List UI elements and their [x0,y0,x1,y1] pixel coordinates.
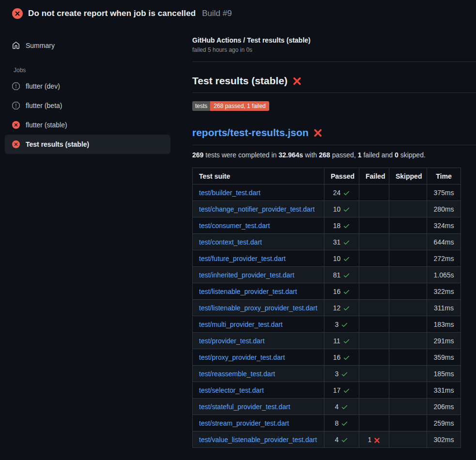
table-row: test/builder_test.dart 24 375ms [193,184,461,201]
passed-count: 10 [333,255,341,262]
test-suite-link[interactable]: test/listenable_proxy_provider_test.dart [199,304,317,312]
test-time: 324ms [427,217,461,234]
test-time: 375ms [427,184,461,201]
test-suite-link[interactable]: test/consumer_test.dart [199,222,270,230]
sidebar-item-summary[interactable]: Summary [5,37,170,54]
run-sidebar: Summary Jobs flutter (dev) flutter (beta… [0,26,187,154]
passed-count: 24 [333,189,341,197]
test-suite-link[interactable]: test/change_notifier_provider_test.dart [199,205,315,213]
test-suite-link[interactable]: test/future_provider_test.dart [199,255,286,262]
col-header-failed: Failed [359,168,389,184]
passed-count: 18 [333,222,341,230]
passed-count: 11 [333,337,340,345]
report-file-heading: reports/test-results.json [192,127,476,145]
test-suite-link[interactable]: test/inherited_provider_test.dart [199,271,294,279]
passed-count: 3 [335,370,339,378]
passed-count: 31 [333,238,341,246]
passed-count: 12 [333,304,341,312]
job-list: flutter (dev) flutter (beta) flutter (st… [5,77,170,154]
test-time: 322ms [427,283,461,300]
table-row: test/stream_provider_test.dart 8 259ms [193,415,461,431]
test-time: 331ms [427,382,461,399]
test-time: 644ms [427,234,461,250]
check-icon [343,337,350,345]
table-row: test/listenable_proxy_provider_test.dart… [193,300,461,316]
table-row: test/change_notifier_provider_test.dart … [193,201,461,217]
table-row: test/provider_test.dart 11 291ms [193,333,461,349]
test-suite-link[interactable]: test/reassemble_test.dart [199,370,275,378]
sidebar-item-flutter-beta[interactable]: flutter (beta) [5,96,170,115]
test-results-heading: Test results (stable) [192,75,476,93]
test-suite-link[interactable]: test/multi_provider_test.dart [199,321,283,328]
passed-count: 8 [335,419,339,427]
sidebar-item-test-results-stable[interactable]: Test results (stable) [5,135,170,154]
test-suite-link[interactable]: test/listenable_provider_test.dart [199,288,297,295]
check-icon [343,255,350,262]
tests-summary-text: 269 tests were completed in 32.964s with… [192,151,476,159]
test-time: 280ms [427,201,461,217]
cancelled-stop-icon [12,82,20,90]
test-time: 1.065s [427,267,461,283]
col-header-passed: Passed [324,168,359,184]
job-label: flutter (beta) [26,102,62,109]
test-suite-link[interactable]: test/stream_provider_test.dart [199,419,289,427]
report-file-link[interactable]: reports/test-results.json [192,127,308,138]
test-suite-link[interactable]: test/value_listenable_provider_test.dart [199,436,317,444]
sidebar-item-flutter-dev[interactable]: flutter (dev) [5,77,170,96]
table-header-row: Test suite Passed Failed Skipped Time [193,168,461,184]
table-row: test/stateful_provider_test.dart 4 206ms [193,399,461,415]
table-row: test/context_test.dart 31 644ms [193,234,461,250]
cancelled-stop-icon [12,102,20,109]
test-suite-link[interactable]: test/builder_test.dart [199,189,261,197]
failed-count: 1 [368,436,372,444]
test-time: 183ms [427,316,461,333]
test-suite-link[interactable]: test/proxy_provider_test.dart [199,353,285,361]
sidebar-summary-label: Summary [26,42,55,49]
test-results-table: Test suite Passed Failed Skipped Time te… [192,168,461,448]
job-label: Test results (stable) [26,140,89,148]
check-icon [343,189,350,197]
test-time: 259ms [427,415,461,431]
run-meta-text: failed 5 hours ago in 0s [192,46,476,53]
failed-x-circle-icon [12,140,20,148]
job-label: flutter (stable) [26,121,67,129]
check-icon [343,238,350,246]
sidebar-item-flutter-stable[interactable]: flutter (stable) [5,115,170,135]
col-header-time: Time [427,168,461,184]
check-icon [343,222,350,230]
failed-x-circle-icon [12,121,20,129]
test-suite-link[interactable]: test/context_test.dart [199,238,262,246]
col-header-test-suite: Test suite [193,168,324,184]
passed-count: 17 [333,386,341,394]
test-suite-link[interactable]: test/selector_test.dart [199,386,264,394]
test-results-heading-text: Test results (stable) [192,75,288,87]
table-row: test/selector_test.dart 17 331ms [193,382,461,399]
job-label: flutter (dev) [26,82,60,90]
cross-mark-icon [313,128,322,138]
badge-label: tests [192,101,210,111]
check-icon [343,205,350,213]
check-icon [341,403,348,411]
test-time: 302ms [427,431,461,448]
passed-count: 16 [333,288,341,295]
table-row: test/reassemble_test.dart 3 185ms [193,366,461,382]
table-row: test/value_listenable_provider_test.dart… [193,431,461,448]
table-row: test/consumer_test.dart 18 324ms [193,217,461,234]
check-run-panel: GitHub Actions / Test results (stable) f… [187,26,476,448]
test-time: 311ms [427,300,461,316]
test-suite-link[interactable]: test/stateful_provider_test.dart [199,403,290,411]
passed-count: 10 [333,205,341,213]
passed-count: 4 [335,403,339,411]
test-time: 206ms [427,399,461,415]
passed-count: 4 [335,436,339,444]
x-circle-fill-icon [12,8,23,19]
test-suite-link[interactable]: test/provider_test.dart [199,337,264,345]
passed-count: 16 [333,353,341,361]
table-row: test/inherited_provider_test.dart 81 1.0… [193,267,461,283]
x-icon [374,436,380,444]
check-icon [343,271,350,279]
table-row: test/multi_provider_test.dart 3 183ms [193,316,461,333]
check-icon [343,353,350,361]
col-header-skipped: Skipped [389,168,427,184]
passed-count: 81 [333,271,341,279]
